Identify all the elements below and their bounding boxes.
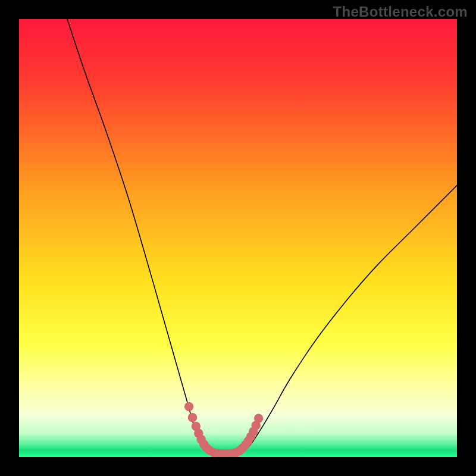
marker-dot — [254, 414, 263, 423]
bottleneck-markers — [184, 402, 263, 457]
plot-area — [19, 19, 457, 457]
chart-stage: TheBottleneck.com — [0, 0, 476, 476]
bottleneck-curve — [67, 19, 457, 455]
watermark-text: TheBottleneck.com — [333, 4, 468, 20]
marker-dot — [188, 413, 197, 422]
curve-layer — [19, 19, 457, 457]
marker-dot — [184, 402, 193, 411]
